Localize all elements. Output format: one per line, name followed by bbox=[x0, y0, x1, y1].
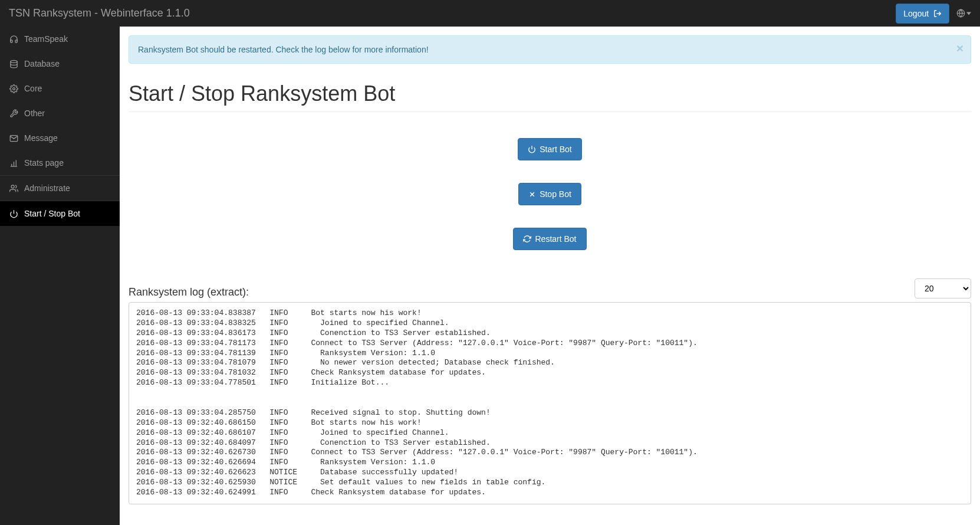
database-icon bbox=[9, 60, 18, 68]
log-output-box[interactable]: 2016-08-13 09:33:04.838387 INFO Bot star… bbox=[129, 302, 971, 504]
sidebar-item-administrate[interactable]: Administrate bbox=[0, 176, 120, 201]
page-title: Start / Stop Ranksystem Bot bbox=[129, 81, 971, 112]
start-bot-button[interactable]: Start Bot bbox=[518, 138, 581, 160]
navbar-top: TSN Ranksystem - Webinterface 1.1.0 Logo… bbox=[0, 0, 980, 27]
sidebar-item-other[interactable]: Other bbox=[0, 101, 120, 126]
sidebar-item-label: Stats page bbox=[24, 158, 64, 168]
main-content: Ranksystem Bot should be restarted. Chec… bbox=[120, 27, 980, 525]
sidebar-item-label: Message bbox=[24, 133, 58, 143]
headphones-icon bbox=[9, 35, 18, 44]
cogs-icon bbox=[9, 84, 18, 93]
sidebar-item-stats-page[interactable]: Stats page bbox=[0, 150, 120, 175]
start-bot-label: Start Bot bbox=[540, 145, 571, 154]
sidebar-item-label: Core bbox=[24, 84, 42, 93]
log-header-row: Ranksystem log (extract): 20 bbox=[129, 278, 971, 298]
sidebar-item-label: Administrate bbox=[24, 183, 70, 193]
power-icon bbox=[528, 145, 536, 153]
wrench-icon bbox=[9, 109, 18, 118]
svg-point-3 bbox=[10, 60, 17, 63]
bot-action-buttons: Start Bot Stop Bot Restart Bot bbox=[129, 124, 971, 271]
stop-bot-button[interactable]: Stop Bot bbox=[518, 183, 581, 205]
refresh-icon bbox=[523, 235, 531, 243]
sidebar-item-label: Database bbox=[24, 59, 60, 68]
globe-icon bbox=[956, 9, 965, 18]
envelope-icon bbox=[9, 134, 18, 143]
sidebar: TeamSpeak Database Core Other Message bbox=[0, 27, 120, 525]
sidebar-item-start-stop-bot[interactable]: Start / Stop Bot bbox=[0, 201, 120, 226]
navbar-brand[interactable]: TSN Ranksystem - Webinterface 1.1.0 bbox=[9, 7, 190, 19]
sidebar-item-database[interactable]: Database bbox=[0, 51, 120, 76]
power-icon bbox=[9, 209, 18, 218]
alert-close-button[interactable]: × bbox=[956, 42, 963, 54]
users-icon bbox=[9, 184, 18, 193]
sign-out-icon bbox=[933, 9, 942, 18]
caret-down-icon bbox=[966, 11, 971, 16]
logout-button[interactable]: Logout bbox=[896, 4, 949, 24]
sidebar-item-label: TeamSpeak bbox=[24, 34, 68, 44]
log-section-title: Ranksystem log (extract): bbox=[129, 286, 249, 298]
alert-restart-info: Ranksystem Bot should be restarted. Chec… bbox=[129, 35, 971, 64]
close-icon bbox=[528, 191, 536, 198]
alert-text: Ranksystem Bot should be restarted. Chec… bbox=[138, 45, 429, 54]
svg-point-4 bbox=[12, 87, 15, 90]
logout-label: Logout bbox=[903, 9, 929, 18]
sidebar-item-message[interactable]: Message bbox=[0, 126, 120, 150]
log-lines-select[interactable]: 20 bbox=[915, 278, 971, 298]
sidebar-item-label: Start / Stop Bot bbox=[24, 209, 80, 218]
language-dropdown[interactable] bbox=[956, 9, 971, 18]
sidebar-item-teamspeak[interactable]: TeamSpeak bbox=[0, 27, 120, 51]
navbar-right: Logout bbox=[896, 4, 971, 24]
restart-bot-button[interactable]: Restart Bot bbox=[513, 228, 586, 250]
restart-bot-label: Restart Bot bbox=[535, 234, 576, 244]
bar-chart-icon bbox=[9, 159, 18, 168]
sidebar-item-label: Other bbox=[24, 109, 45, 118]
stop-bot-label: Stop Bot bbox=[540, 189, 571, 199]
sidebar-item-core[interactable]: Core bbox=[0, 76, 120, 101]
svg-point-9 bbox=[11, 185, 14, 188]
